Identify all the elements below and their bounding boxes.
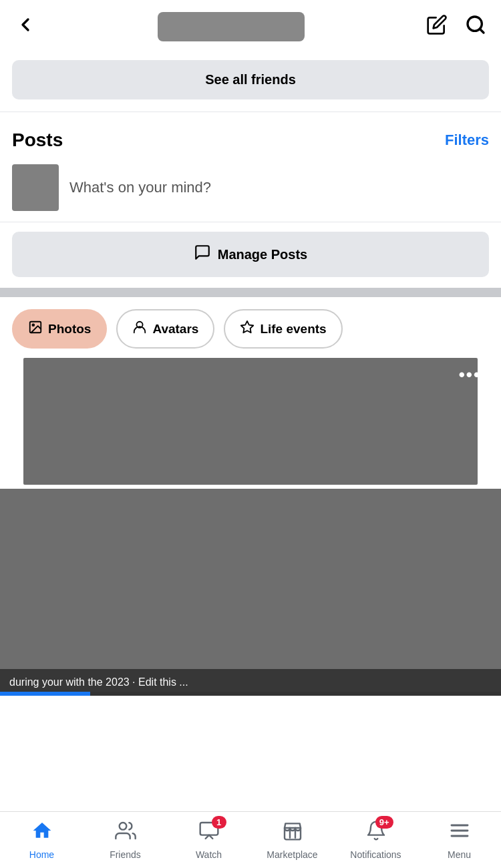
notifications-label: Notifications — [350, 849, 401, 860]
tab-photos[interactable]: Photos — [12, 309, 107, 349]
back-button[interactable] — [12, 11, 39, 43]
divider-2 — [0, 222, 501, 222]
nav-notifications[interactable]: 9+ Notifications — [334, 812, 418, 868]
caption-text: during your with the 2023 · Edit this ..… — [9, 676, 188, 688]
nav-friends[interactable]: Friends — [84, 812, 167, 868]
bottom-spacer — [0, 698, 501, 758]
avatars-tab-icon — [132, 320, 147, 338]
nav-watch[interactable]: 1 Watch — [167, 812, 251, 868]
bottom-navigation: Home Friends 1 Watch — [0, 811, 501, 868]
home-icon — [31, 820, 53, 846]
top-bar — [0, 0, 501, 53]
manage-posts-button[interactable]: Manage Posts — [12, 232, 489, 277]
whats-on-mind-row: What's on your mind? — [0, 159, 501, 219]
menu-label: Menu — [448, 849, 471, 860]
divider-1 — [0, 112, 501, 112]
menu-icon — [449, 820, 470, 846]
photos-tab-icon — [28, 320, 43, 338]
home-label: Home — [29, 849, 54, 860]
nav-marketplace[interactable]: Marketplace — [251, 812, 334, 868]
posts-header: Posts Filters — [0, 118, 501, 159]
avatars-tab-label: Avatars — [152, 322, 198, 337]
svg-point-3 — [32, 324, 34, 326]
section-separator — [0, 288, 501, 297]
marketplace-label: Marketplace — [267, 849, 317, 860]
photo-area: ••• during your with the 2023 · Edit thi… — [0, 358, 501, 696]
photo-image-2 — [0, 489, 501, 696]
friends-label: Friends — [110, 849, 141, 860]
filter-tabs-row: Photos Avatars Life events — [0, 297, 501, 358]
manage-posts-icon — [194, 244, 211, 265]
watch-badge: 1 — [212, 816, 226, 829]
photos-tab-label: Photos — [48, 322, 91, 337]
filters-button[interactable]: Filters — [445, 132, 489, 149]
photo-card-2: during your with the 2023 · Edit this ..… — [0, 489, 501, 696]
see-all-friends-section: See all friends — [0, 53, 501, 106]
profile-name-bar — [158, 12, 305, 41]
search-button[interactable] — [462, 11, 489, 43]
top-bar-actions — [424, 11, 489, 43]
manage-posts-label: Manage Posts — [218, 247, 307, 262]
photo-image-1 — [23, 358, 478, 485]
svg-point-6 — [119, 823, 126, 830]
friends-icon — [115, 820, 136, 846]
posts-title: Posts — [12, 130, 63, 151]
user-avatar — [12, 164, 59, 211]
progress-bar-fill — [0, 692, 90, 696]
tab-life-events[interactable]: Life events — [224, 309, 342, 349]
life-events-tab-label: Life events — [260, 322, 326, 337]
edit-button[interactable] — [424, 11, 450, 43]
marketplace-icon — [282, 820, 303, 846]
see-all-friends-button[interactable]: See all friends — [12, 60, 489, 99]
life-events-tab-icon — [240, 320, 255, 338]
svg-marker-5 — [241, 321, 253, 333]
notifications-badge: 9+ — [375, 816, 393, 829]
nav-home[interactable]: Home — [0, 812, 84, 868]
watch-label: Watch — [196, 849, 222, 860]
nav-menu[interactable]: Menu — [418, 812, 501, 868]
svg-line-1 — [480, 29, 484, 33]
manage-posts-section: Manage Posts — [0, 225, 501, 288]
progress-bar — [0, 692, 501, 696]
more-options-button-1[interactable]: ••• — [459, 365, 481, 385]
tab-avatars[interactable]: Avatars — [116, 309, 214, 349]
photo-card-1: ••• — [0, 358, 501, 485]
whats-on-mind-text[interactable]: What's on your mind? — [69, 179, 211, 196]
